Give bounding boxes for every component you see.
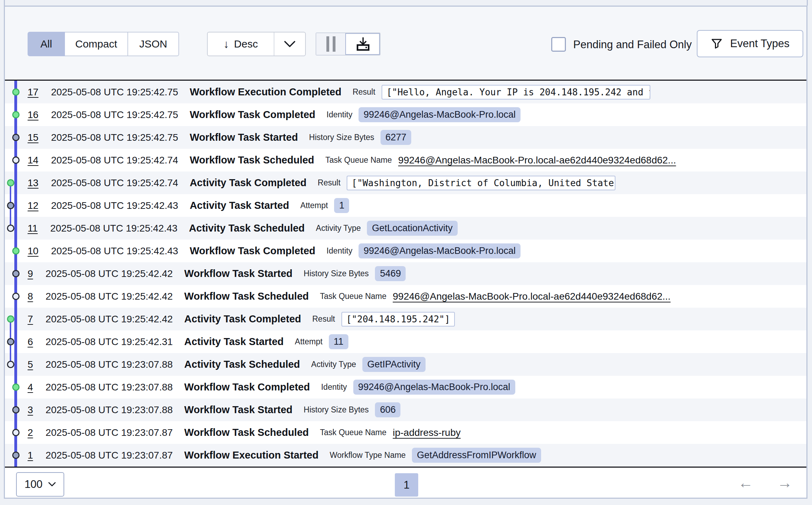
pending-failed-label: Pending and Failed Only (573, 38, 692, 51)
event-timestamp: 2025-05-08 UTC 19:25:42.75 (51, 132, 178, 143)
pending-failed-checkbox[interactable] (551, 37, 566, 52)
event-row[interactable]: 102025-05-08 UTC 19:25:42.43Workflow Tas… (5, 240, 806, 262)
event-id-link[interactable]: 5 (28, 359, 33, 370)
event-types-filter-button[interactable]: Event Types (697, 30, 803, 57)
event-id-link[interactable]: 7 (28, 314, 33, 325)
event-id-link[interactable]: 4 (28, 382, 33, 393)
event-timestamp: 2025-05-08 UTC 19:25:42.75 (51, 109, 178, 120)
event-attribute-value: 1 (334, 198, 349, 213)
event-timestamp: 2025-05-08 UTC 19:25:42.42 (46, 268, 173, 279)
sort-desc-button[interactable]: ↓ Desc (208, 32, 274, 56)
event-attribute-label: History Size Bytes (304, 405, 369, 415)
previous-page-arrow[interactable]: ← (738, 474, 753, 491)
event-timestamp: 2025-05-08 UTC 19:23:07.88 (46, 359, 173, 370)
page-size-value: 100 (24, 478, 43, 491)
event-timestamp: 2025-05-08 UTC 19:25:42.43 (50, 223, 177, 234)
view-mode-json-button[interactable]: JSON (128, 32, 179, 56)
sort-options-dropdown-button[interactable] (274, 32, 305, 56)
event-type-name: Workflow Task Started (190, 132, 298, 143)
event-attribute-label: Activity Type (311, 360, 356, 369)
event-row[interactable]: 172025-05-08 UTC 19:25:42.75Workflow Exe… (5, 81, 806, 103)
event-row[interactable]: 72025-05-08 UTC 19:25:42.42Activity Task… (5, 308, 806, 330)
event-row[interactable]: 122025-05-08 UTC 19:25:42.43Activity Tas… (5, 194, 806, 217)
event-id-link[interactable]: 16 (28, 109, 38, 120)
event-id-link[interactable]: 9 (28, 268, 33, 279)
event-type-name: Activity Task Started (184, 336, 284, 347)
event-type-name: Workflow Task Scheduled (184, 291, 309, 302)
event-row[interactable]: 42025-05-08 UTC 19:23:07.88Workflow Task… (5, 376, 806, 398)
event-attribute-link[interactable]: 99246@Angelas-MacBook-Pro.local-ae62d440… (398, 155, 676, 166)
event-attribute-value: 99246@Angelas-MacBook-Pro.local (359, 107, 521, 122)
arrow-down-icon: ↓ (223, 38, 229, 51)
event-id-link[interactable]: 2 (28, 427, 33, 438)
event-row[interactable]: 162025-05-08 UTC 19:25:42.75Workflow Tas… (5, 103, 806, 126)
event-history-panel: All Compact JSON ↓ Desc (4, 6, 807, 499)
event-attribute-label: Result (353, 87, 375, 97)
frame-border-stub-right (807, 0, 808, 6)
event-timestamp: 2025-05-08 UTC 19:25:42.75 (51, 87, 178, 98)
event-row[interactable]: 152025-05-08 UTC 19:25:42.75Workflow Tas… (5, 126, 806, 149)
event-type-name: Activity Task Completed (184, 313, 301, 325)
event-type-name: Workflow Execution Completed (190, 86, 341, 98)
event-id-link[interactable]: 1 (28, 450, 33, 461)
event-type-name: Workflow Task Started (184, 404, 293, 416)
event-attribute-value: ["Washington, District of Columbia, Unit… (347, 176, 615, 190)
event-id-link[interactable]: 8 (28, 291, 33, 302)
event-id-link[interactable]: 10 (28, 246, 38, 257)
event-types-label: Event Types (730, 37, 789, 50)
filter-funnel-icon (710, 37, 723, 50)
event-timestamp: 2025-05-08 UTC 19:23:07.88 (46, 404, 173, 416)
event-type-name: Activity Task Completed (190, 177, 307, 189)
event-id-link[interactable]: 12 (28, 200, 38, 211)
sort-label: Desc (234, 38, 258, 50)
download-icon (355, 36, 371, 52)
event-type-name: Workflow Task Started (184, 268, 293, 279)
download-button[interactable] (345, 33, 380, 55)
event-attribute-value: GetIPActivity (362, 357, 426, 372)
view-mode-all-button[interactable]: All (28, 32, 65, 56)
event-id-link[interactable]: 15 (28, 132, 38, 143)
event-id-link[interactable]: 14 (28, 155, 38, 166)
event-id-link[interactable]: 6 (28, 336, 33, 347)
event-id-link[interactable]: 11 (28, 223, 38, 234)
event-row[interactable]: 82025-05-08 UTC 19:25:42.42Workflow Task… (5, 285, 806, 308)
chevron-down-icon (48, 482, 56, 487)
event-row[interactable]: 52025-05-08 UTC 19:23:07.88Activity Task… (5, 353, 806, 376)
event-type-name: Activity Task Scheduled (184, 359, 300, 370)
event-history-table: 172025-05-08 UTC 19:25:42.75Workflow Exe… (5, 80, 806, 468)
event-attribute-link[interactable]: 99246@Angelas-MacBook-Pro.local-ae62d440… (393, 291, 671, 302)
event-attribute-label: Activity Type (316, 224, 361, 233)
event-attribute-link[interactable]: ip-address-ruby (393, 427, 461, 438)
event-row[interactable]: 142025-05-08 UTC 19:25:42.74Workflow Tas… (5, 149, 806, 171)
pause-download-group (316, 32, 381, 56)
event-attribute-value: GetLocationActivity (367, 221, 457, 236)
event-row[interactable]: 112025-05-08 UTC 19:25:42.43Activity Tas… (5, 217, 806, 240)
pause-icon (333, 36, 335, 52)
event-row[interactable]: 12025-05-08 UTC 19:23:07.87Workflow Exec… (5, 444, 806, 467)
current-page-indicator[interactable]: 1 (395, 473, 418, 497)
event-attribute-label: Identity (321, 382, 347, 392)
event-row[interactable]: 22025-05-08 UTC 19:23:07.87Workflow Task… (5, 421, 806, 444)
event-attribute-value: 99246@Angelas-MacBook-Pro.local (359, 243, 521, 258)
event-type-name: Workflow Execution Started (184, 449, 319, 461)
event-type-name: Workflow Task Completed (184, 381, 310, 393)
next-page-arrow[interactable]: → (777, 474, 792, 491)
event-timestamp: 2025-05-08 UTC 19:23:07.88 (46, 382, 173, 393)
event-row[interactable]: 32025-05-08 UTC 19:23:07.88Workflow Task… (5, 398, 806, 421)
event-row[interactable]: 62025-05-08 UTC 19:25:42.31Activity Task… (5, 330, 806, 353)
event-type-name: Activity Task Scheduled (189, 222, 304, 234)
pause-button[interactable] (316, 33, 345, 55)
sort-order-control: ↓ Desc (207, 32, 306, 56)
chevron-down-icon (284, 41, 296, 47)
page-size-select[interactable]: 100 (16, 472, 64, 497)
event-id-link[interactable]: 13 (28, 177, 38, 189)
event-id-link[interactable]: 17 (28, 87, 38, 98)
event-attribute-value: ["Hello, Angela. Your IP is 204.148.195.… (382, 85, 650, 100)
event-attribute-value: 606 (375, 402, 400, 417)
event-row[interactable]: 132025-05-08 UTC 19:25:42.74Activity Tas… (5, 171, 806, 194)
view-mode-compact-button[interactable]: Compact (65, 32, 128, 56)
event-row[interactable]: 92025-05-08 UTC 19:25:42.42Workflow Task… (5, 262, 806, 285)
event-id-link[interactable]: 3 (28, 404, 33, 416)
event-timestamp: 2025-05-08 UTC 19:25:42.74 (51, 177, 178, 189)
event-timestamp: 2025-05-08 UTC 19:25:42.74 (51, 155, 178, 166)
